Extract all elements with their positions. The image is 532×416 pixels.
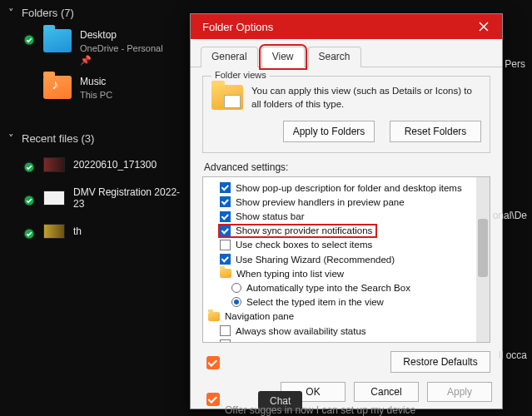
checkbox[interactable] xyxy=(220,254,231,265)
checkbox[interactable] xyxy=(220,325,231,336)
recent-header-label: Recent files (3) xyxy=(22,132,94,145)
folder-views-icon xyxy=(211,85,243,110)
setting-row[interactable]: Use check boxes to select items xyxy=(208,238,486,252)
sync-ok-icon xyxy=(23,161,35,173)
checkbox[interactable] xyxy=(220,196,231,207)
folder-sub: OneDrive - Personal xyxy=(80,42,163,54)
folder-icon xyxy=(43,29,72,52)
folder-name: Desktop xyxy=(80,29,163,42)
folders-header[interactable]: ˅ Folders (7) xyxy=(0,0,191,24)
folder-item-music[interactable]: Music This PC xyxy=(0,71,191,106)
bg-text: onal\De xyxy=(493,210,527,221)
radio[interactable] xyxy=(231,297,241,307)
thumb-icon xyxy=(43,191,65,206)
recent-file[interactable]: th xyxy=(0,216,191,246)
checkbox[interactable] xyxy=(220,240,231,250)
tabs: General View Search xyxy=(191,39,502,67)
recent-file[interactable]: 20220610_171300 xyxy=(0,150,191,180)
setting-label: Expand to open folder xyxy=(236,340,330,343)
folder-name: Music xyxy=(80,76,112,89)
setting-row[interactable]: Show sync provider notifications xyxy=(208,224,486,238)
setting-row[interactable]: Show preview handlers in preview pane xyxy=(208,195,486,209)
sync-ok-icon xyxy=(23,228,35,240)
tab-view[interactable]: View xyxy=(261,47,305,67)
setting-label: Show pop-up description for folder and d… xyxy=(236,183,462,193)
dialog-title: Folder Options xyxy=(202,21,273,33)
sync-ok-icon xyxy=(23,34,35,46)
tab-general[interactable]: General xyxy=(201,47,258,67)
checkbox[interactable] xyxy=(220,182,231,193)
thumb-icon xyxy=(43,157,65,172)
advanced-settings-label: Advanced settings: xyxy=(204,161,490,173)
thumb-icon xyxy=(43,224,65,239)
checkbox-icon[interactable] xyxy=(206,356,220,369)
checkbox[interactable] xyxy=(220,339,231,343)
setting-label: Use Sharing Wizard (Recommended) xyxy=(236,255,395,265)
bg-text: ll occa xyxy=(499,349,527,361)
setting-row[interactable]: Use Sharing Wizard (Recommended) xyxy=(208,252,486,266)
folder-options-dialog: Folder Options General View Search Folde… xyxy=(190,13,503,409)
setting-row[interactable]: Show status bar xyxy=(208,209,486,223)
folder-icon xyxy=(208,312,220,321)
setting-label: Show sync provider notifications xyxy=(236,225,372,235)
setting-label: Select the typed item in the view xyxy=(246,297,384,307)
advanced-settings-list: Show pop-up description for folder and d… xyxy=(202,176,490,343)
sync-ok-icon xyxy=(23,195,35,206)
file-name: DMV Registration 2022-23 xyxy=(73,186,183,210)
radio[interactable] xyxy=(231,283,241,293)
scroll-thumb[interactable] xyxy=(478,219,488,277)
checkbox[interactable] xyxy=(220,225,231,236)
setting-row[interactable]: Select the typed item in the view xyxy=(208,295,486,310)
folder-item-desktop[interactable]: Desktop OneDrive - Personal 📌 xyxy=(0,24,191,71)
folder-views-text: You can apply this view (such as Details… xyxy=(251,85,481,111)
chevron-down-icon: ˅ xyxy=(8,7,17,19)
folder-icon xyxy=(220,269,231,278)
setting-row[interactable]: Navigation pane xyxy=(208,310,486,324)
folder-sub: This PC xyxy=(80,89,112,101)
close-icon[interactable] xyxy=(474,17,494,37)
chevron-down-icon: ˅ xyxy=(8,132,17,145)
apply-button[interactable]: Apply xyxy=(427,382,492,402)
recent-header[interactable]: ˅ Recent files (3) xyxy=(0,126,191,150)
tab-search[interactable]: Search xyxy=(308,47,361,67)
bg-text: Pers xyxy=(505,58,525,70)
setting-label: Use check boxes to select items xyxy=(236,240,372,250)
restore-defaults-button[interactable]: Restore Defaults xyxy=(390,351,490,373)
setting-row[interactable]: Always show availability status xyxy=(208,324,486,338)
bg-text: Offer sugges in now I can set up my devi… xyxy=(225,404,415,416)
setting-label: Show preview handlers in preview pane xyxy=(236,197,405,207)
setting-label: When typing into list view xyxy=(236,269,344,279)
apply-to-folders-button[interactable]: Apply to Folders xyxy=(283,121,375,142)
checkbox[interactable] xyxy=(220,211,231,222)
setting-label: Automatically type into the Search Box xyxy=(246,283,410,293)
setting-row[interactable]: Show pop-up description for folder and d… xyxy=(208,181,486,195)
setting-row[interactable]: Automatically type into the Search Box xyxy=(208,280,486,295)
file-name: 20220610_171300 xyxy=(73,159,157,171)
checkbox-icon[interactable] xyxy=(206,393,220,406)
file-name: th xyxy=(73,225,82,237)
cancel-button[interactable]: Cancel xyxy=(354,382,419,402)
setting-label: Show status bar xyxy=(236,211,304,221)
group-label: Folder views xyxy=(211,70,270,80)
setting-label: Navigation pane xyxy=(225,311,294,321)
setting-row[interactable]: Expand to open folder xyxy=(208,338,486,343)
scrollbar[interactable] xyxy=(476,177,490,342)
folder-views-group: Folder views You can apply this view (su… xyxy=(202,76,490,153)
setting-label: Always show availability status xyxy=(236,326,366,336)
folders-header-label: Folders (7) xyxy=(22,7,74,19)
dialog-titlebar[interactable]: Folder Options xyxy=(191,14,502,39)
recent-file[interactable]: DMV Registration 2022-23 xyxy=(0,180,191,216)
setting-row[interactable]: When typing into list view xyxy=(208,266,486,280)
music-folder-icon xyxy=(43,76,72,99)
pin-icon: 📌 xyxy=(80,54,163,66)
explorer-pane: ˅ Folders (7) Desktop OneDrive - Persona… xyxy=(0,0,191,416)
reset-folders-button[interactable]: Reset Folders xyxy=(390,121,481,142)
